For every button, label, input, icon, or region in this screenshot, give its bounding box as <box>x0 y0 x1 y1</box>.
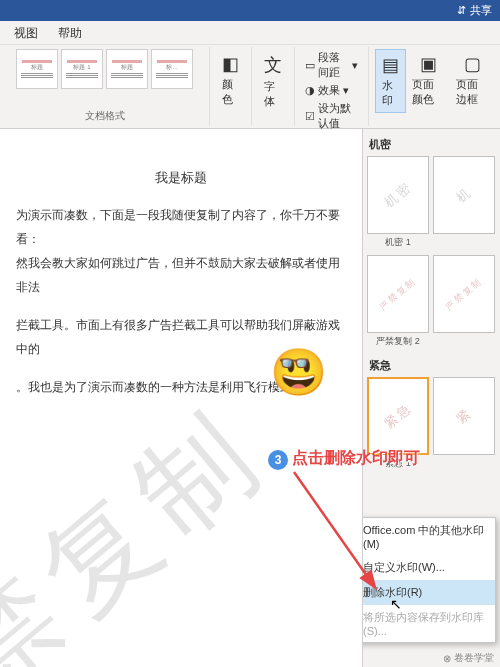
doc-title: 我是标题 <box>16 169 346 187</box>
style-thumb[interactable]: 标题 <box>16 49 58 89</box>
wm-section-title: 机密 <box>367 133 496 156</box>
watermark-icon: ▤ <box>382 54 399 76</box>
menu-bar: 视图 帮助 <box>0 21 500 45</box>
wm-thumb-urgent-2[interactable]: 紧 <box>433 377 495 455</box>
share-label: 共享 <box>470 3 492 18</box>
menu-view[interactable]: 视图 <box>4 21 48 44</box>
style-thumb[interactable]: 标题 1 <box>61 49 103 89</box>
bg-watermark-text: 禁复制 <box>0 376 296 667</box>
share-icon: ⇵ <box>457 4 466 17</box>
wm-menu-save: 💾 将所选内容保存到水印库(S)... <box>362 605 495 642</box>
page-bg-group: ▤ 水印 ▣ 页面颜色 ▢ 页面边框 <box>369 47 500 126</box>
set-default-button[interactable]: ☑ 设为默认值 <box>301 100 362 132</box>
glasses-icon: 👓 <box>278 348 310 379</box>
font-icon: 文 <box>264 53 282 77</box>
wm-caption <box>433 236 495 246</box>
style-gallery-group: 标题 标题 1 标题 标... 文档格式 <box>0 47 210 126</box>
font-group: 文 字体 <box>252 47 295 126</box>
style-group-label: 文档格式 <box>6 108 203 124</box>
svg-line-0 <box>294 472 374 586</box>
step-text: 点击删除水印即可 <box>292 448 420 469</box>
author-watermark: ⊗ 卷卷学堂 <box>443 651 494 665</box>
cursor-icon: ↖ <box>390 596 402 612</box>
style-gallery[interactable]: 标题 标题 1 标题 标... <box>16 49 193 89</box>
wm-section-title: 紧急 <box>367 354 496 377</box>
share-button[interactable]: ⇵ 共享 <box>457 3 492 18</box>
zhihu-icon: ⊗ <box>443 653 451 664</box>
wm-caption: 机密 1 <box>367 236 429 249</box>
style-thumb[interactable]: 标题 <box>106 49 148 89</box>
wm-thumb-confidential-2[interactable]: 机 <box>433 156 495 234</box>
page-border-button[interactable]: ▢ 页面边框 <box>450 49 494 113</box>
ribbon: 标题 标题 1 标题 标... 文档格式 ◧ 颜色 文 字体 ▭ 段落间距 ▾ … <box>0 45 500 129</box>
page-border-icon: ▢ <box>464 53 481 75</box>
step-badge: 3 <box>268 450 288 470</box>
color-group: ◧ 颜色 <box>210 47 252 126</box>
style-thumb[interactable]: 标... <box>151 49 193 89</box>
font-button[interactable]: 文 字体 <box>258 49 288 113</box>
page-color-icon: ▣ <box>420 53 437 75</box>
wm-caption <box>433 457 495 467</box>
doc-line: 然我会教大家如何跳过广告，但并不鼓励大家去破解或者使用非法 <box>16 251 346 299</box>
wm-thumb-nocopy-2[interactable]: 严禁复制 <box>367 255 429 333</box>
color-icon: ◧ <box>222 53 239 75</box>
effect-button[interactable]: ◑ 效果 ▾ <box>301 82 362 99</box>
wm-thumb-nocopy-3[interactable]: 严禁复制 <box>433 255 495 333</box>
doc-line: 为演示而凑数，下面是一段我随便复制了内容了，你千万不要看： <box>16 203 346 251</box>
arrow-annotation <box>288 468 388 594</box>
page-color-button[interactable]: ▣ 页面颜色 <box>406 49 450 113</box>
wm-caption <box>433 335 495 345</box>
wm-caption: 严禁复制 2 <box>367 335 429 348</box>
format-opts-group: ▭ 段落间距 ▾ ◑ 效果 ▾ ☑ 设为默认值 <box>295 47 369 126</box>
wm-thumb-confidential-1[interactable]: 机密 <box>367 156 429 234</box>
menu-help[interactable]: 帮助 <box>48 21 92 44</box>
title-bar: ⇵ 共享 <box>0 0 500 21</box>
wm-thumb-urgent-1[interactable]: 紧急 <box>367 377 429 455</box>
color-button[interactable]: ◧ 颜色 <box>216 49 245 111</box>
watermark-button[interactable]: ▤ 水印 <box>375 49 406 113</box>
para-spacing-button[interactable]: ▭ 段落间距 ▾ <box>301 49 362 81</box>
